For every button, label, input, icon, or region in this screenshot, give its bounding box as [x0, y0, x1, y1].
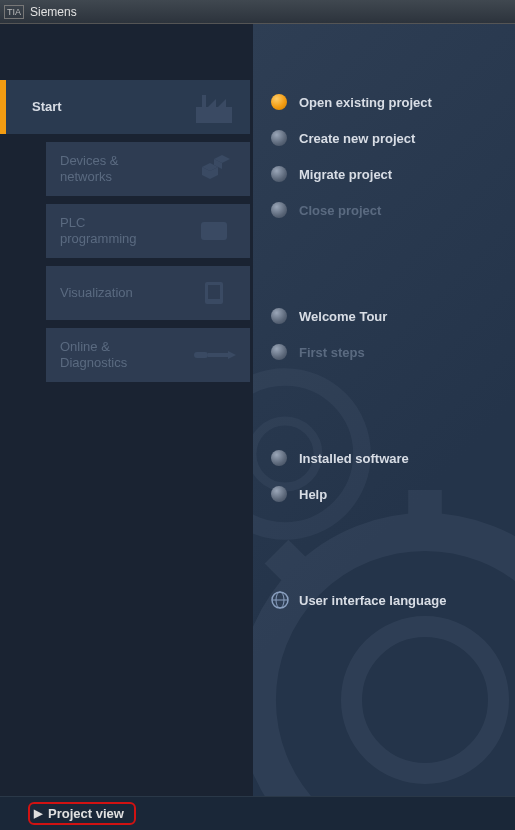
sidebar-item-label: Online & Diagnostics	[60, 339, 192, 370]
menu-create-new[interactable]: Create new project	[271, 120, 497, 156]
bottom-bar: ▶ Project view	[0, 796, 515, 830]
bullet-icon	[271, 94, 287, 110]
sidebar-item-label: Devices & networks	[60, 153, 192, 184]
menu-open-existing[interactable]: Open existing project	[271, 84, 497, 120]
menu-label: Help	[299, 487, 327, 502]
app-icon: TIA	[4, 5, 24, 19]
bullet-icon	[271, 450, 287, 466]
sidebar-item-start[interactable]: Start	[0, 80, 250, 134]
svg-marker-2	[208, 99, 216, 107]
sidebar-item-visualization[interactable]: Visualization	[46, 266, 250, 320]
svg-point-24	[352, 627, 499, 774]
bullet-icon	[271, 486, 287, 502]
info-group: Installed software Help	[271, 440, 497, 512]
menu-label: Open existing project	[299, 95, 432, 110]
bullet-icon	[271, 166, 287, 182]
gear-decoration-icon	[250, 490, 515, 830]
svg-marker-14	[228, 351, 236, 359]
sidebar-item-label: PLC programming	[60, 215, 192, 246]
bullet-icon	[271, 308, 287, 324]
sidebar-item-label: Visualization	[60, 285, 192, 301]
menu-migrate[interactable]: Migrate project	[271, 156, 497, 192]
cubes-icon	[192, 147, 236, 191]
plc-icon	[192, 209, 236, 253]
menu-label: Installed software	[299, 451, 409, 466]
menu-label: Welcome Tour	[299, 309, 387, 324]
sidebar-item-diagnostics[interactable]: Online & Diagnostics	[46, 328, 250, 382]
content-panel: Open existing project Create new project…	[250, 24, 515, 830]
menu-ui-language[interactable]: User interface language	[271, 582, 497, 618]
svg-rect-9	[201, 222, 227, 240]
globe-icon	[271, 591, 289, 609]
action-group: Open existing project Create new project…	[271, 84, 497, 228]
menu-welcome-tour[interactable]: Welcome Tour	[271, 298, 497, 334]
factory-icon	[192, 85, 236, 129]
sidebar-item-plc[interactable]: PLC programming	[46, 204, 250, 258]
sidebar: Start Devices & networks PLC programming…	[0, 24, 250, 830]
bullet-icon	[271, 344, 287, 360]
menu-installed-software[interactable]: Installed software	[271, 440, 497, 476]
menu-help[interactable]: Help	[271, 476, 497, 512]
chevron-right-icon: ▶	[34, 807, 42, 820]
main-area: Start Devices & networks PLC programming…	[0, 24, 515, 830]
project-view-label: Project view	[48, 806, 124, 821]
menu-label: Migrate project	[299, 167, 392, 182]
svg-marker-1	[202, 95, 206, 107]
window-title: Siemens	[30, 5, 77, 19]
project-view-button[interactable]: ▶ Project view	[28, 802, 136, 825]
svg-marker-3	[218, 99, 226, 107]
svg-rect-12	[194, 352, 208, 358]
sidebar-item-label: Start	[32, 99, 192, 115]
svg-rect-0	[196, 107, 232, 123]
svg-rect-13	[208, 353, 228, 357]
monitor-icon	[192, 271, 236, 315]
bullet-icon	[271, 130, 287, 146]
bullet-icon	[271, 202, 287, 218]
svg-point-15	[257, 532, 515, 830]
sidebar-item-devices[interactable]: Devices & networks	[46, 142, 250, 196]
svg-rect-18	[250, 683, 257, 717]
menu-label: Create new project	[299, 131, 415, 146]
tour-group: Welcome Tour First steps	[271, 298, 497, 370]
screwdriver-icon	[192, 333, 236, 377]
menu-label: First steps	[299, 345, 365, 360]
menu-first-steps[interactable]: First steps	[271, 334, 497, 370]
menu-label: User interface language	[299, 593, 446, 608]
language-group: User interface language	[271, 582, 497, 618]
svg-rect-11	[208, 285, 220, 299]
menu-label: Close project	[299, 203, 381, 218]
menu-close-project[interactable]: Close project	[271, 192, 497, 228]
titlebar: TIA Siemens	[0, 0, 515, 24]
